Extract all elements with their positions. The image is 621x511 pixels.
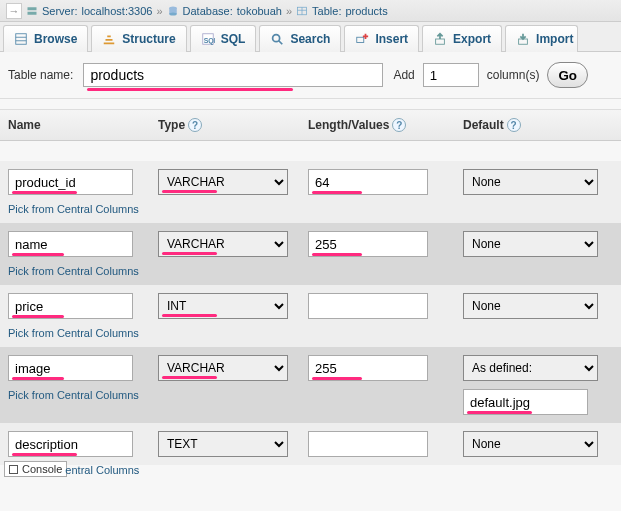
column-name-input[interactable] [8,169,133,195]
export-icon [433,32,447,46]
column-name-input[interactable] [8,293,133,319]
pick-central-columns-link[interactable]: Pick from Central Columns [8,265,148,277]
column-type-select[interactable]: TEXT [158,431,288,457]
database-label: Database: [183,5,233,17]
column-row: Pick from Central Columns VARCHAR As def… [0,347,621,423]
header-length: Length/Values? [308,118,463,133]
import-icon [516,32,530,46]
column-row: Pick from Central Columns INT None [0,285,621,347]
header-name: Name [8,118,158,132]
column-name-input[interactable] [8,355,133,381]
sep-icon: » [156,5,162,17]
column-type-select[interactable]: INT [158,293,288,319]
sep-icon: » [286,5,292,17]
nav-back-icon[interactable]: → [6,3,22,19]
column-name-input[interactable] [8,431,133,457]
server-label: Server: [42,5,77,17]
tab-export[interactable]: Export [422,25,502,52]
column-rows: Pick from Central Columns VARCHAR None P… [0,141,621,465]
add-columns-input[interactable] [423,63,479,87]
database-icon [167,4,179,17]
header-type: Type? [158,118,308,133]
add-label: Add [393,68,414,82]
console-stub: Console entral Columns [4,461,621,477]
help-icon[interactable]: ? [188,118,202,132]
svg-rect-19 [436,39,445,44]
database-link[interactable]: tokobuah [237,5,282,17]
breadcrumb: → Server: localhost:3306 » Database: tok… [0,0,621,22]
column-row: TEXT None [0,423,621,465]
tab-label: Structure [122,32,175,46]
browse-icon [14,32,28,46]
svg-rect-13 [108,36,112,38]
pick-central-columns-link[interactable]: Pick from Central Columns [8,389,148,401]
table-name-input[interactable] [83,63,383,87]
tab-structure[interactable]: Structure [91,25,186,52]
go-button[interactable]: Go [547,62,588,88]
column-default-select[interactable]: None [463,431,598,457]
column-length-input[interactable] [308,231,428,257]
column-name-input[interactable] [8,231,133,257]
sql-icon: SQL [201,32,215,46]
column-type-select[interactable]: VARCHAR [158,355,288,381]
column-default-select[interactable]: None [463,231,598,257]
default-value-input[interactable] [463,389,588,415]
search-icon [270,32,284,46]
svg-point-16 [273,35,280,42]
tab-sql[interactable]: SQL SQL [190,25,257,52]
column-length-input[interactable] [308,293,428,319]
tab-label: Export [453,32,491,46]
tabs: Browse Structure SQL SQL Search Insert E… [0,22,621,52]
tab-browse[interactable]: Browse [3,25,88,52]
svg-text:SQL: SQL [203,37,214,45]
svg-point-4 [169,13,177,16]
help-icon[interactable]: ? [507,118,521,132]
column-length-input[interactable] [308,169,428,195]
column-default-select[interactable]: None [463,169,598,195]
table-name-label: Table name: [8,68,73,82]
column-type-select[interactable]: VARCHAR [158,231,288,257]
column-default-select[interactable]: None [463,293,598,319]
structure-icon [102,32,116,46]
truncated-text: entral Columns [65,464,139,476]
svg-rect-8 [16,34,27,45]
pick-central-columns-link[interactable]: Pick from Central Columns [8,203,148,215]
server-link[interactable]: localhost:3306 [81,5,152,17]
tab-import[interactable]: Import [505,25,578,52]
console-toggle[interactable]: Console [4,461,67,477]
svg-rect-1 [28,12,37,15]
table-icon [296,4,308,17]
table-link[interactable]: products [345,5,387,17]
help-icon[interactable]: ? [392,118,406,132]
columns-label: column(s) [487,68,540,82]
table-label-prefix: Table: [312,5,341,17]
tab-search[interactable]: Search [259,25,341,52]
console-label: Console [22,463,62,475]
tab-label: SQL [221,32,246,46]
column-default-select[interactable]: As defined: [463,355,598,381]
column-length-input[interactable] [308,355,428,381]
svg-rect-0 [28,7,37,10]
column-type-select[interactable]: VARCHAR [158,169,288,195]
server-icon [26,4,38,17]
insert-icon [355,32,369,46]
pick-central-columns-link[interactable]: Pick from Central Columns [8,327,148,339]
svg-rect-12 [106,39,113,41]
console-icon [9,465,18,474]
table-name-row: Table name: Add column(s) Go [0,52,621,99]
header-default: Default? [463,118,613,133]
tab-label: Browse [34,32,77,46]
tab-label: Import [536,32,573,46]
column-length-input[interactable] [308,431,428,457]
tab-label: Search [290,32,330,46]
column-headers: Name Type? Length/Values? Default? [0,109,621,141]
svg-rect-11 [104,43,115,45]
column-row: Pick from Central Columns VARCHAR None [0,161,621,223]
column-row: Pick from Central Columns VARCHAR None [0,223,621,285]
svg-rect-18 [357,37,364,42]
tab-label: Insert [375,32,408,46]
tab-insert[interactable]: Insert [344,25,419,52]
svg-line-17 [279,41,283,45]
